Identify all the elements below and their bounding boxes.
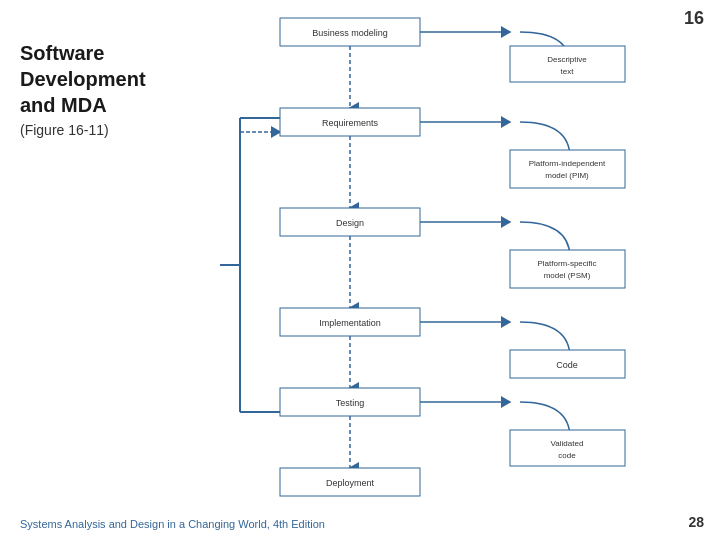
figure-label: (Figure 16-11): [20, 122, 200, 138]
svg-rect-12: [510, 46, 625, 82]
svg-text:code: code: [558, 451, 576, 460]
svg-rect-19: [510, 150, 625, 188]
slide-title: Software Development and MDA: [20, 40, 200, 118]
svg-text:Descriptive: Descriptive: [547, 55, 587, 64]
svg-text:text: text: [561, 67, 575, 76]
svg-text:Deployment: Deployment: [326, 478, 375, 488]
svg-text:Platform-independent: Platform-independent: [529, 159, 606, 168]
svg-text:Implementation: Implementation: [319, 318, 381, 328]
svg-rect-26: [510, 250, 625, 288]
svg-text:Requirements: Requirements: [322, 118, 379, 128]
svg-text:Code: Code: [556, 360, 578, 370]
svg-text:Business modeling: Business modeling: [312, 28, 388, 38]
svg-text:model (PIM): model (PIM): [545, 171, 589, 180]
svg-text:Validated: Validated: [551, 439, 584, 448]
title-area: Software Development and MDA (Figure 16-…: [20, 40, 200, 138]
svg-text:model (PSM): model (PSM): [544, 271, 591, 280]
mda-diagram: MDA process Business modeling Descriptiv…: [210, 10, 700, 520]
svg-text:Testing: Testing: [336, 398, 365, 408]
svg-text:Design: Design: [336, 218, 364, 228]
svg-text:Platform-specific: Platform-specific: [537, 259, 596, 268]
svg-rect-39: [510, 430, 625, 466]
